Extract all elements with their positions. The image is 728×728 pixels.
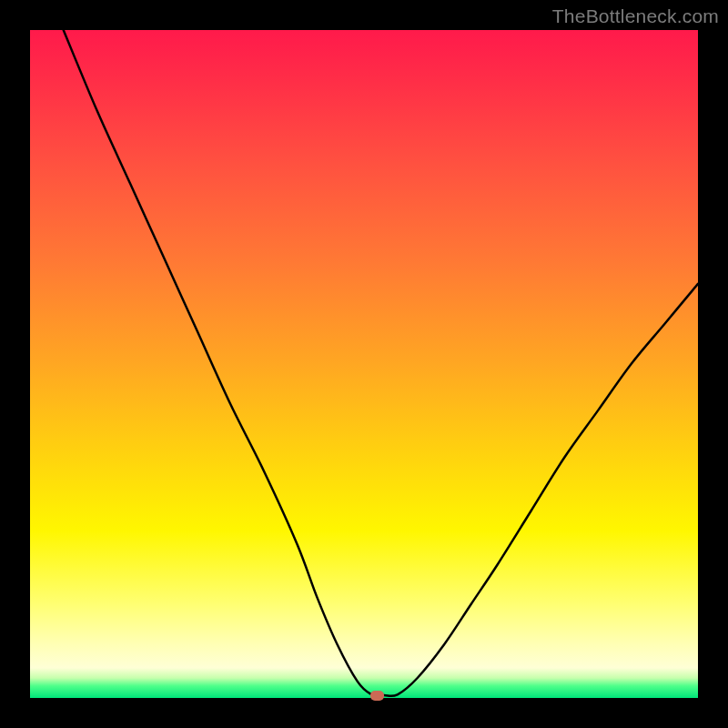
minimum-marker [370, 691, 384, 701]
chart-frame: TheBottleneck.com [0, 0, 728, 728]
plot-area [30, 30, 698, 698]
watermark-text: TheBottleneck.com [552, 5, 719, 27]
bottleneck-curve [30, 30, 698, 698]
